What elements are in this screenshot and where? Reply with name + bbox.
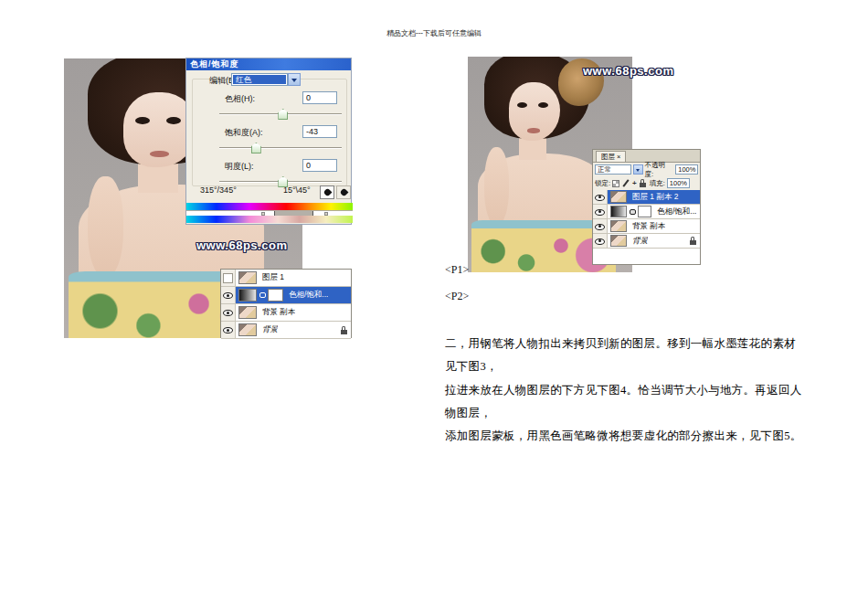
hue-input[interactable]: 0 (302, 91, 337, 104)
layer-name: 背景 副本 (262, 307, 295, 318)
dialog-title-bar[interactable]: 色相/饱和度 (186, 58, 351, 70)
layer-row-bg-copy[interactable]: 背景 副本 (593, 219, 700, 234)
lock-row: 锁定: + 填充: 100% (593, 176, 700, 190)
lock-icon (341, 326, 347, 334)
portrait-lips (527, 128, 540, 133)
saturation-label: 饱和度(A): (225, 127, 263, 139)
watermark-1: www.68ps.com (196, 238, 287, 252)
fill-input[interactable]: 100% (667, 178, 690, 188)
combo-dropdown-arrow-icon[interactable] (633, 164, 643, 175)
document-header: 精品文档---下载后可任意编辑 (0, 28, 868, 38)
eyedropper-button[interactable] (320, 185, 334, 199)
lightness-label: 明度(L): (225, 161, 254, 173)
lock-all-icon[interactable] (640, 179, 646, 187)
lock-pixels-icon[interactable] (622, 180, 630, 187)
paragraph-line: 二，用钢笔将人物扣出来拷贝到新的图层。移到一幅水墨莲花的素材见下图3， (445, 333, 803, 379)
tutorial-paragraph: 二，用钢笔将人物扣出来拷贝到新的图层。移到一幅水墨莲花的素材见下图3， 拉进来放… (445, 333, 803, 448)
combo-dropdown-arrow-icon[interactable] (288, 73, 301, 86)
visibility-toggle[interactable] (593, 234, 608, 248)
eyedropper-plus-icon (339, 188, 348, 197)
layer-name: 图层 1 (262, 272, 284, 283)
layer-thumbnail[interactable] (238, 271, 257, 284)
layer-name: 色相/饱和... (657, 206, 696, 217)
lightness-input[interactable]: 0 (302, 159, 337, 172)
saturation-slider[interactable] (219, 142, 342, 153)
figure-2: www.68ps.com 图层 × 正常 不透明度: 100% 锁定: + 填充… (468, 57, 701, 272)
visibility-toggle[interactable] (221, 304, 236, 321)
hue-spectrum-bottom (186, 216, 353, 223)
layer-name: 图层 1 副本 2 (632, 192, 679, 203)
eye-icon (595, 237, 605, 246)
layer-row-hue-sat[interactable]: 色相/饱和... (593, 205, 700, 219)
adjustment-thumbnail[interactable] (238, 289, 257, 302)
paragraph-line: 拉进来放在人物图层的下方见下图4。恰当调节大小与地方。再返回人物图层， (445, 379, 803, 426)
edit-channel-value: 红色 (233, 75, 286, 84)
visibility-toggle[interactable] (221, 322, 236, 338)
visibility-toggle[interactable] (593, 190, 608, 204)
hue-label: 色相(H): (225, 93, 255, 105)
paragraph-line: 添加图层蒙板，用黑色画笔略微将想要虚化的部分擦出来，见下图5。 (445, 425, 803, 448)
layer-name: 背景 (632, 236, 648, 247)
layer-mask-link-icon (630, 209, 636, 215)
watermark-2: www.68ps.com (583, 64, 673, 78)
layer-name: 背景 (262, 324, 278, 335)
portrait-eye (538, 102, 548, 108)
hue-range-row: 315°/345° 15°\45° (186, 185, 353, 200)
portrait-eye (517, 102, 527, 108)
layer-name: 背景 副本 (632, 221, 665, 232)
saturation-slider-thumb[interactable] (251, 143, 261, 154)
layer-thumbnail[interactable] (610, 235, 627, 247)
caption-p2: <P2> (445, 290, 469, 303)
hue-slider-thumb[interactable] (278, 109, 288, 120)
layer-mask-link-icon (259, 292, 266, 298)
lock-transparency-icon[interactable] (612, 180, 619, 187)
lock-icon (690, 237, 696, 245)
eye-icon (595, 222, 605, 231)
blend-mode-select[interactable]: 正常 (595, 164, 631, 175)
lock-label: 锁定: (595, 179, 610, 188)
layer-thumbnail[interactable] (238, 306, 257, 319)
layer-name: 色相/饱和... (289, 290, 328, 301)
layer-row-bg-copy[interactable]: 背景 副本 (221, 304, 351, 322)
hue-slider[interactable] (219, 108, 342, 119)
layer-row-layer1[interactable]: 图层 1 (221, 270, 351, 287)
portrait-lips (150, 151, 169, 157)
eye-icon (223, 291, 233, 300)
layer-list: 图层 1 副本 2 色相/饱和... 背景 副本 背景 (593, 190, 700, 264)
portrait-arm (88, 176, 123, 277)
opacity-input[interactable]: 100% (675, 164, 698, 175)
hue-spectrum-top (186, 203, 353, 210)
eye-icon (595, 207, 605, 217)
fill-label: 填充: (650, 179, 665, 188)
layer-thumbnail[interactable] (610, 220, 627, 232)
lock-position-icon[interactable]: + (632, 180, 637, 187)
visibility-toggle[interactable] (221, 287, 236, 303)
eye-hidden-icon (223, 273, 233, 283)
eye-icon (595, 193, 605, 202)
visibility-toggle[interactable] (593, 219, 608, 233)
caption-p1: <P1> (445, 263, 469, 277)
layers-tab[interactable]: 图层 × (596, 151, 626, 162)
layer-mask-thumbnail[interactable] (638, 206, 651, 217)
hue-range-out: 315°/345° (200, 185, 237, 195)
layers-panel-2: 图层 × 正常 不透明度: 100% 锁定: + 填充: 100% 图层 1 副… (592, 149, 701, 265)
layer-mask-thumbnail[interactable] (268, 289, 283, 302)
layers-panel-1: 图层 1 色相/饱和... 背景 副本 背景 (220, 269, 352, 338)
figure-1: 色相/饱和度 编辑(E): 红色 色相(H): 0 饱和度(A): -43 明度… (64, 58, 352, 338)
layer-row-hue-sat[interactable]: 色相/饱和... (221, 287, 351, 304)
visibility-toggle[interactable] (221, 270, 236, 286)
layer-thumbnail[interactable] (610, 191, 627, 203)
eyedropper-icon (323, 188, 332, 197)
edit-channel-select[interactable]: 红色 (231, 73, 288, 86)
eyedropper-plus-button[interactable] (336, 185, 351, 199)
hue-range-in: 15°\45° (283, 185, 311, 195)
layer-row-background[interactable]: 背景 (221, 322, 351, 339)
saturation-input[interactable]: -43 (302, 125, 337, 138)
layer-row-layer1-copy2[interactable]: 图层 1 副本 2 (593, 190, 700, 205)
visibility-toggle[interactable] (593, 205, 608, 218)
adjustment-thumbnail[interactable] (610, 206, 627, 217)
layer-row-background[interactable]: 背景 (593, 234, 700, 249)
eye-icon (223, 325, 233, 334)
eye-icon (223, 308, 233, 317)
layer-thumbnail[interactable] (238, 323, 257, 336)
